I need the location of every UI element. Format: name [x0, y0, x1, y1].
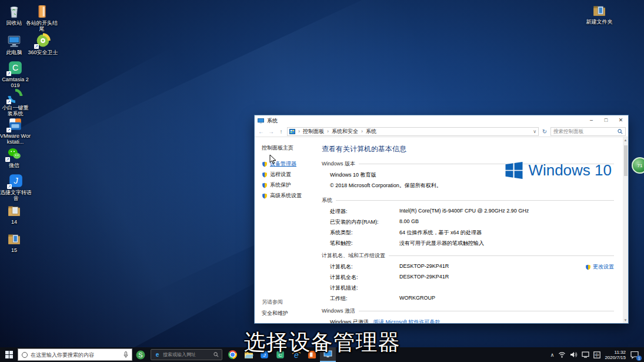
close-button[interactable]: ✕: [613, 115, 628, 126]
windows10-logo-text: Windows 10: [528, 161, 612, 180]
sidebar-control-panel-home[interactable]: 控制面板主页: [262, 144, 313, 152]
sidebar-item-label: 高级系统设置: [270, 192, 302, 200]
360-safe-icon: ↗: [35, 33, 51, 48]
icon-label: 15: [1, 247, 27, 253]
chevron-down-icon[interactable]: ∨: [533, 129, 536, 134]
desktop-icon-new-folder[interactable]: 新建文件夹: [584, 2, 615, 25]
tutorial-subtitle: 选择设备管理器: [0, 328, 644, 357]
page-title: 查看有关计算机的基本信息: [322, 144, 614, 154]
scrollbar-thumb[interactable]: [624, 145, 628, 176]
window-system-icon: [258, 118, 264, 124]
icon-label: Camtasia 2019: [1, 77, 29, 88]
scroll-down-icon[interactable]: ▼: [623, 318, 628, 322]
crumb-system-security[interactable]: 系统和安全: [332, 128, 358, 135]
see-also-heading: 另请参阅: [262, 298, 313, 306]
window-sidebar: 控制面板主页 设备管理器 远程设置 系统保护 高级系统设置: [255, 137, 313, 323]
sidebar-remote-settings[interactable]: 远程设置: [262, 171, 313, 178]
change-settings-link[interactable]: 更改设置: [585, 263, 614, 271]
row-value: DESKTOP-29KP41R: [399, 263, 449, 271]
desktop-icon-folder-15[interactable]: 15: [1, 231, 27, 253]
desktop-icon-folder-openings[interactable]: 各站的开头结尾: [25, 4, 59, 32]
uac-shield-icon: [262, 182, 268, 188]
section-title-windows-edition: Windows 版本: [322, 160, 355, 168]
desktop-icon-xiaobai-reinstall[interactable]: ↗ 小白一键重装系统: [0, 88, 31, 117]
uac-shield-icon: [262, 172, 268, 178]
up-icon[interactable]: ↑: [277, 128, 285, 135]
shortcut-arrow-icon: ↗: [34, 44, 39, 49]
icon-label: 360安全卫士: [25, 49, 61, 55]
shortcut-arrow-icon: ↗: [6, 128, 11, 132]
desktop-icon-360-safe[interactable]: ↗ 360安全卫士: [25, 33, 61, 55]
xunjie-tts-icon: J ↗: [8, 173, 24, 188]
row-value: WORKGROUP: [399, 295, 435, 303]
uac-shield-icon: [585, 264, 591, 270]
wechat-icon: ↗: [6, 146, 22, 161]
refresh-icon[interactable]: ↻: [540, 128, 549, 135]
recycle-bin-icon: [6, 4, 22, 19]
desktop-icon-vmware[interactable]: ↗ VMware Workstati...: [0, 117, 31, 145]
icon-label: 此电脑: [1, 49, 27, 55]
shortcut-arrow-icon: ↗: [5, 157, 10, 162]
vertical-scrollbar[interactable]: ▲ ▼: [623, 137, 628, 323]
sidebar-item-label: 远程设置: [270, 171, 291, 178]
sidebar-advanced-settings[interactable]: 高级系统设置: [262, 192, 313, 200]
copyright-line: © 2018 Microsoft Corporation。保留所有权利。: [330, 182, 442, 190]
crumb-system[interactable]: 系统: [366, 128, 376, 135]
scroll-up-icon[interactable]: ▲: [623, 138, 628, 142]
window-main-content: 查看有关计算机的基本信息 Windows 版本 Windows 10 教育版 ©…: [313, 137, 628, 323]
window-title-bar[interactable]: 系统 – □ ✕: [255, 115, 628, 126]
row-label: 系统类型:: [330, 229, 399, 237]
row-label: 工作组:: [330, 295, 399, 303]
this-pc-icon: [6, 33, 22, 48]
section-title-system: 系统: [322, 197, 332, 204]
minimize-button[interactable]: –: [584, 115, 599, 126]
icon-label: 各站的开头结尾: [25, 20, 59, 32]
row-value: DESKTOP-29KP41R: [399, 274, 449, 281]
speed-ball-value: 71: [638, 163, 643, 168]
row-value: 8.00 GB: [399, 218, 419, 226]
vmware-icon: ↗: [8, 117, 23, 132]
desktop-icon-this-pc[interactable]: 此电脑: [1, 33, 27, 55]
control-panel-search[interactable]: [550, 127, 626, 136]
row-value: 64 位操作系统，基于 x64 的处理器: [399, 229, 482, 237]
sidebar-system-protection[interactable]: 系统保护: [262, 181, 313, 189]
folder-icon: [592, 2, 607, 18]
desktop-icon-camtasia[interactable]: C ↗ Camtasia 2019: [1, 60, 29, 88]
crumb-control-panel[interactable]: 控制面板: [303, 128, 324, 135]
back-icon[interactable]: ←: [257, 128, 265, 135]
forward-icon[interactable]: →: [267, 128, 275, 135]
icon-label: 14: [1, 219, 27, 225]
crumb-separator: ›: [360, 128, 364, 134]
address-bar: ← → ↑ › 控制面板 › 系统和安全 › 系统 ∨ ↻: [255, 126, 628, 137]
row-label: 计算机全名:: [330, 274, 399, 281]
security-maintenance-link[interactable]: 安全和维护: [262, 310, 313, 317]
desktop-icon-wechat[interactable]: ↗ 微信: [1, 146, 27, 168]
activation-status: Windows 已激活: [330, 318, 369, 323]
window-title: 系统: [267, 117, 584, 125]
search-input[interactable]: [553, 128, 618, 134]
license-terms-link[interactable]: 阅读 Microsoft 软件许可条款: [373, 318, 441, 323]
icon-label: 迅捷文字转语音: [0, 190, 32, 201]
icon-label: 小白一键重装系统: [0, 105, 31, 117]
folder-icon: [6, 202, 22, 218]
breadcrumb[interactable]: › 控制面板 › 系统和安全 › 系统 ∨: [287, 127, 539, 136]
maximize-button[interactable]: □: [599, 115, 613, 126]
row-label: 已安装的内存(RAM):: [330, 218, 399, 226]
sidebar-item-label: 系统保护: [270, 181, 291, 189]
svg-text:J: J: [13, 176, 18, 185]
folder-icon: [34, 4, 49, 19]
desktop-icon-recycle-bin[interactable]: 回收站: [1, 4, 27, 26]
crumb-separator: ›: [297, 128, 301, 134]
uac-shield-icon: [262, 161, 268, 167]
svg-text:C: C: [12, 63, 18, 72]
row-label: 笔和触控:: [330, 240, 399, 247]
desktop-icon-xunjie-tts[interactable]: J ↗ 迅捷文字转语音: [0, 173, 32, 201]
desktop-icon-folder-14[interactable]: 14: [1, 202, 27, 225]
icon-label: 微信: [1, 162, 27, 168]
360-speed-ball[interactable]: 71: [632, 157, 644, 174]
section-title-activation: Windows 激活: [322, 307, 355, 315]
shortcut-arrow-icon: ↗: [7, 184, 12, 189]
change-settings-label: 更改设置: [593, 263, 614, 271]
system-window: 系统 – □ ✕ ← → ↑ › 控制面板 › 系统和安全 › 系统 ∨ ↻: [255, 115, 628, 323]
search-icon: [618, 129, 623, 134]
